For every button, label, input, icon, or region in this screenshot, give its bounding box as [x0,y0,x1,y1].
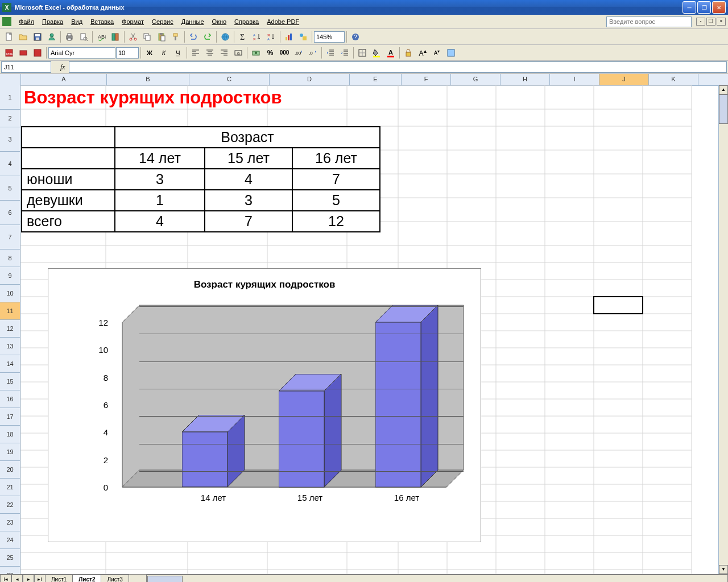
undo-button[interactable] [187,30,200,44]
scroll-up-icon[interactable]: ▲ [719,85,728,94]
print-button[interactable] [63,30,76,44]
col-header-E[interactable]: E [350,74,402,85]
increase-font-button[interactable]: A▴ [416,46,429,60]
fx-icon[interactable]: fx [60,63,65,72]
worksheet-grid[interactable]: ABCDEFGHIJK 1234567891011121314151617181… [0,74,728,574]
hyperlink-button[interactable] [218,30,232,44]
redo-button[interactable] [201,30,214,44]
comma-button[interactable]: 000 [278,46,291,60]
row-header-4[interactable]: 4 [0,152,20,176]
row-header-14[interactable]: 14 [0,355,20,373]
save-button[interactable] [31,30,44,44]
select-all-corner[interactable] [0,74,21,85]
align-right-button[interactable] [217,46,231,60]
close-button[interactable]: ✕ [712,1,726,14]
tab-first-button[interactable]: I◂ [0,575,11,582]
new-button[interactable] [2,30,16,44]
decrease-font-button[interactable]: A▾ [430,46,444,60]
sheet-tab-2[interactable]: Лист2 [72,575,101,582]
research-button[interactable] [109,30,122,44]
horizontal-scroll-thumb[interactable] [147,576,183,582]
fill-color-button[interactable] [370,46,383,60]
menu-data[interactable]: Данные [177,17,208,26]
copy-button[interactable] [140,30,154,44]
row-header-10[interactable]: 10 [0,285,20,302]
formula-input[interactable] [69,61,727,73]
col-header-K[interactable]: K [649,74,698,85]
row-header-9[interactable]: 9 [0,267,20,285]
increase-decimal-button[interactable]: ,00 [292,46,305,60]
menu-adobe-pdf[interactable]: Adobe PDF [263,17,303,26]
ask-a-question-box[interactable] [606,16,692,27]
sort-desc-button[interactable]: ЯA [264,30,278,44]
sheet-tab-3[interactable]: Лист3 [101,575,129,582]
font-color-button[interactable]: A [384,46,398,60]
increase-indent-button[interactable] [338,46,351,60]
drawing-button[interactable] [296,30,310,44]
borders-button[interactable] [355,46,369,60]
sheet-tab-1[interactable]: Лист1 [45,575,73,582]
menu-tools[interactable]: Сервис [148,17,177,26]
row-header-19[interactable]: 19 [0,443,20,461]
row-header-17[interactable]: 17 [0,408,20,426]
spelling-button[interactable]: ABC [94,30,108,44]
col-header-F[interactable]: F [402,74,451,85]
cut-button[interactable] [126,30,140,44]
row-header-5[interactable]: 5 [0,176,20,201]
row-header-23[interactable]: 23 [0,514,20,531]
col-header-B[interactable]: B [107,74,189,85]
row-header-11[interactable]: 11 [0,302,20,320]
menu-help[interactable]: Справка [230,17,263,26]
embedded-chart[interactable]: Возраст курящих подростков 024681012 14 … [48,268,481,542]
row-header-12[interactable]: 12 [0,320,20,338]
doc-restore-button[interactable]: ❐ [706,18,715,26]
menu-file[interactable]: Файл [15,17,38,26]
menu-window[interactable]: Окно [208,17,231,26]
col-header-H[interactable]: H [500,74,550,85]
decrease-indent-button[interactable] [324,46,337,60]
data-table[interactable]: Возраст 14 лет 15 лет 16 лет юноши347 де… [21,126,380,232]
col-header-D[interactable]: D [270,74,350,85]
vertical-scrollbar[interactable]: ▲ ▼ [718,85,728,574]
permission-button[interactable] [45,30,59,44]
row-header-25[interactable]: 25 [0,549,20,567]
chart-bar[interactable] [375,305,439,488]
restore-button[interactable]: ❐ [697,1,711,14]
menu-insert[interactable]: Вставка [86,17,118,26]
workbook-icon[interactable] [2,17,11,26]
row-header-2[interactable]: 2 [0,110,20,127]
row-header-20[interactable]: 20 [0,461,20,479]
tab-last-button[interactable]: ▸I [34,575,46,582]
row-header-3[interactable]: 3 [0,127,20,152]
font-name-input[interactable] [48,47,115,59]
font-size-input[interactable] [116,47,139,59]
menu-view[interactable]: Вид [67,17,86,26]
align-center-button[interactable] [203,46,217,60]
autosum-button[interactable]: Σ [236,30,250,44]
col-header-C[interactable]: C [189,74,270,85]
horizontal-scrollbar[interactable] [146,575,728,582]
tab-next-button[interactable]: ▸ [23,575,34,582]
minimize-button[interactable]: ─ [682,1,696,14]
row-header-13[interactable]: 13 [0,338,20,355]
row-header-26[interactable]: 26 [0,567,20,574]
row-header-1[interactable]: 1 [0,85,20,110]
col-header-J[interactable]: J [599,74,649,85]
vertical-scroll-thumb[interactable] [719,94,728,124]
doc-close-button[interactable]: × [717,18,726,26]
chart-wizard-button[interactable] [282,30,296,44]
open-button[interactable] [16,30,30,44]
doc-minimize-button[interactable]: - [696,18,705,26]
currency-button[interactable] [249,46,263,60]
row-header-24[interactable]: 24 [0,531,20,549]
tab-prev-button[interactable]: ◂ [11,575,23,582]
col-header-A[interactable]: A [21,74,107,85]
format-painter-button[interactable] [169,30,183,44]
percent-button[interactable]: % [263,46,277,60]
decrease-decimal-button[interactable]: ,0 [306,46,320,60]
name-box[interactable]: J11 [1,61,51,73]
italic-button[interactable]: К [157,46,171,60]
bold-button[interactable]: Ж [143,46,156,60]
chart-bar[interactable] [182,415,246,488]
pdf-review-button[interactable] [31,46,44,60]
